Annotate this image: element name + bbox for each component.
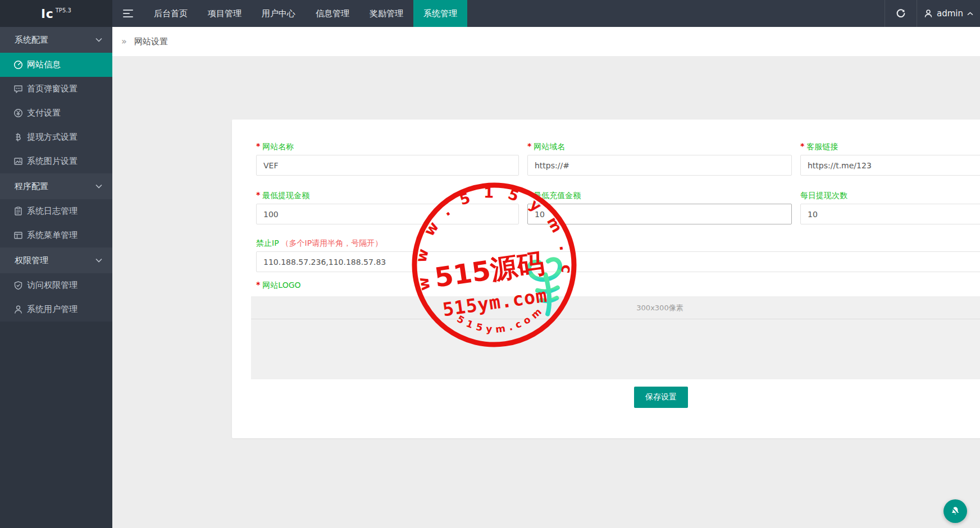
required-asterisk: *	[256, 190, 260, 199]
field-support-link: *客服链接	[800, 142, 980, 176]
field-label: 网站域名	[534, 142, 565, 151]
logo-version: TP5.3	[56, 7, 71, 13]
logo-upload-hint-row[interactable]: 300x300像素	[251, 296, 980, 319]
chevron-down-icon	[95, 258, 102, 263]
sidebar-item-withdraw-settings[interactable]: 提现方式设置	[0, 125, 112, 149]
clipboard-icon	[13, 206, 23, 216]
app-logo[interactable]: lc TP5.3	[0, 0, 112, 27]
layout-icon	[13, 231, 23, 240]
required-asterisk: *	[800, 141, 804, 150]
chevron-down-icon	[95, 184, 102, 189]
min-recharge-input[interactable]	[527, 204, 792, 224]
field-label: 最低提现金额	[262, 191, 309, 200]
required-asterisk: *	[527, 141, 531, 150]
field-daily-withdraw-count: 每日提现次数	[800, 191, 980, 224]
field-min-recharge: *最低充值金额	[527, 191, 792, 224]
field-site-name: *网站名称	[256, 142, 519, 176]
settings-form-card: *网站名称 *网站域名 *客服链接 *最低提现金额	[232, 120, 980, 438]
required-asterisk: *	[256, 141, 260, 150]
sidebar-item-popup-settings[interactable]: 首页弹窗设置	[0, 77, 112, 101]
notification-fab[interactable]	[943, 499, 967, 523]
field-label: 禁止IP	[256, 238, 279, 247]
breadcrumb-bar: » 网站设置	[112, 27, 980, 56]
required-asterisk: *	[527, 190, 531, 199]
sidebar-item-access-control[interactable]: 访问权限管理	[0, 273, 112, 297]
field-site-domain: *网站域名	[527, 142, 792, 176]
sidebar-group-permissions[interactable]: 权限管理	[0, 247, 112, 273]
required-asterisk: *	[256, 280, 260, 289]
banned-ip-input[interactable]	[256, 251, 980, 272]
shield-check-icon	[13, 281, 23, 290]
logo-preview-row[interactable]	[251, 319, 980, 379]
site-domain-input[interactable]	[527, 155, 792, 176]
sidebar-toggle-button[interactable]	[112, 0, 144, 27]
refresh-button[interactable]	[885, 0, 917, 27]
nav-item-info[interactable]: 信息管理	[306, 0, 359, 27]
sidebar-item-image-settings[interactable]: 系统图片设置	[0, 149, 112, 173]
refresh-icon	[896, 8, 906, 19]
sidebar-item-system-users[interactable]: 系统用户管理	[0, 297, 112, 322]
field-label: 网站名称	[262, 142, 294, 151]
image-icon	[13, 157, 23, 166]
nav-item-projects[interactable]: 项目管理	[198, 0, 252, 27]
dashboard-icon	[13, 60, 23, 70]
user-icon	[924, 9, 933, 18]
yen-circle-icon	[13, 108, 23, 118]
field-site-logo-label: *网站LOGO	[256, 281, 301, 290]
field-label: 网站LOGO	[262, 281, 300, 290]
sidebar: 系统配置 网站信息 首页弹窗设置 支付设置	[0, 27, 112, 528]
content-area: *网站名称 *网站域名 *客服链接 *最低提现金额	[112, 56, 980, 528]
sidebar-item-system-logs[interactable]: 系统日志管理	[0, 199, 112, 223]
logo-text: lc	[41, 7, 54, 21]
field-label: 客服链接	[806, 142, 838, 151]
admin-app: lc TP5.3 后台首页 项目管理 用户中心 信息管理 奖励管理 系统管理	[0, 0, 980, 528]
sidebar-group-system-config[interactable]: 系统配置	[0, 27, 112, 53]
nav-item-home[interactable]: 后台首页	[144, 0, 198, 27]
sidebar-group-program-config[interactable]: 程序配置	[0, 173, 112, 199]
chevron-up-icon	[967, 12, 973, 16]
user-menu[interactable]: admin	[917, 0, 980, 27]
sidebar-item-payment-settings[interactable]: 支付设置	[0, 101, 112, 125]
page-title: 网站设置	[134, 36, 168, 47]
bitcoin-icon	[13, 132, 23, 142]
popup-comment-icon	[13, 84, 23, 94]
field-min-withdraw: *最低提现金额	[256, 191, 519, 224]
username: admin	[937, 8, 963, 19]
header-right: admin	[885, 0, 980, 27]
top-menu: 后台首页 项目管理 用户中心 信息管理 奖励管理 系统管理	[112, 0, 980, 27]
top-navbar: lc TP5.3 后台首页 项目管理 用户中心 信息管理 奖励管理 系统管理	[0, 0, 980, 27]
breadcrumb-marker-icon: »	[121, 36, 127, 47]
bell-slash-icon	[950, 506, 961, 517]
upload-size-hint: 300x300像素	[636, 304, 683, 312]
logo-upload-area[interactable]: 300x300像素	[251, 296, 980, 379]
user-icon	[13, 305, 23, 314]
hamburger-icon	[123, 10, 133, 11]
field-hint: （多个IP请用半角，号隔开）	[281, 238, 383, 247]
sidebar-footer-area	[0, 322, 112, 528]
chevron-down-icon	[95, 38, 102, 42]
site-name-input[interactable]	[256, 155, 519, 176]
field-label: 最低充值金额	[534, 191, 581, 200]
min-withdraw-input[interactable]	[256, 204, 519, 224]
sidebar-item-site-info[interactable]: 网站信息	[0, 53, 112, 77]
nav-item-rewards[interactable]: 奖励管理	[359, 0, 413, 27]
save-settings-button[interactable]: 保存设置	[634, 387, 688, 408]
sidebar-item-system-menus[interactable]: 系统菜单管理	[0, 223, 112, 247]
nav-item-system[interactable]: 系统管理	[413, 0, 467, 27]
nav-item-user-center[interactable]: 用户中心	[252, 0, 306, 27]
field-label: 每日提现次数	[800, 191, 847, 200]
support-link-input[interactable]	[800, 155, 980, 176]
field-banned-ip: 禁止IP（多个IP请用半角，号隔开）	[256, 238, 980, 272]
daily-withdraw-count-input[interactable]	[800, 204, 980, 224]
